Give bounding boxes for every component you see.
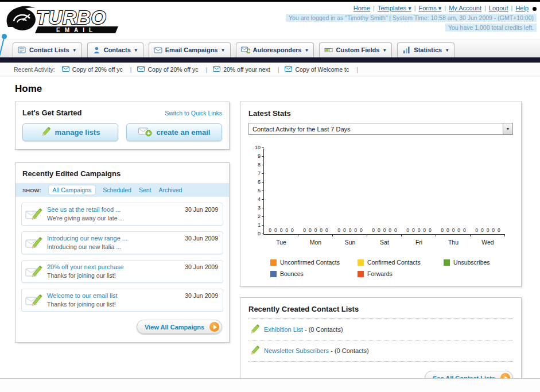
bar-value-labels: 00000 — [406, 227, 432, 233]
top-link-help[interactable]: Help — [515, 5, 529, 11]
bar-value-labels: 00000 — [441, 227, 466, 233]
recent-activity-item[interactable]: Copy of 20% off yc| — [137, 66, 207, 73]
y-tick-label: 0 — [258, 231, 261, 236]
logo-subtext: EMAIL — [56, 27, 97, 33]
right-column: Latest Stats Contact Activity for the La… — [240, 102, 522, 392]
legend-swatch — [270, 271, 277, 277]
contact-list-detail: - (0 Contacts) — [305, 326, 343, 333]
manage-lists-label: manage lists — [55, 128, 100, 137]
tab-contacts[interactable]: Contacts▾ — [87, 42, 143, 57]
chart-group-tue: 00000Tue — [264, 149, 298, 234]
chart-groups: 00000Tue00000Mon00000Sun00000Sat00000Fri… — [264, 149, 505, 234]
create-email-label: create an email — [157, 128, 211, 137]
tab-autoresponders[interactable]: Autoresponders▾ — [236, 42, 314, 57]
recent-activity-item[interactable]: Copy of 20% off yc| — [62, 66, 132, 73]
view-all-campaigns-button[interactable]: View All Campaigns — [137, 320, 222, 334]
campaign-item[interactable]: Introducing our new range ...Introducing… — [21, 231, 223, 254]
campaign-title-link[interactable]: See us at the retail food ... — [47, 206, 180, 213]
bar-value-labels: 00000 — [337, 227, 363, 233]
contact-list-item[interactable]: Exhibition List - (0 Contacts) — [248, 319, 513, 340]
main-nav-bar: Contact Lists▾Contacts▾Email Campaigns▾A… — [0, 40, 540, 57]
create-email-button[interactable]: create an email — [126, 123, 222, 141]
stats-period-value: Contact Activity for the Last 7 Days — [252, 126, 351, 133]
y-tick-label: 3 — [258, 205, 261, 211]
item-separator: | — [278, 66, 279, 73]
legend-label: Bounces — [280, 270, 304, 277]
top-link-my-account[interactable]: My Account — [449, 5, 481, 11]
y-tick-label: 10 — [255, 145, 261, 150]
item-separator: | — [205, 66, 207, 73]
item-separator: | — [356, 66, 358, 73]
envelope-plus-icon — [138, 127, 152, 138]
switch-quick-links-link[interactable]: Switch to Quick Links — [165, 110, 222, 117]
envelope-icon — [213, 66, 220, 73]
y-tick-label: 4 — [258, 197, 261, 202]
envelope-icon — [137, 66, 145, 73]
legend-forwards: Forwards — [358, 270, 444, 277]
y-tick-label: 5 — [258, 188, 261, 193]
campaign-subtitle: We're giving away our late ... — [47, 215, 180, 222]
chevron-down-icon: ▼ — [503, 123, 512, 134]
recent-activity-item[interactable]: Copy of Welcome tc| — [285, 66, 358, 73]
link-separator: | — [414, 5, 416, 11]
main-content: Home Let's Get Started Switch to Quick L… — [0, 76, 540, 392]
campaign-subtitle: Thanks for joining our list! — [47, 301, 180, 308]
top-link-templates[interactable]: Templates ▾ — [378, 5, 411, 11]
tab-contact-lists[interactable]: Contact Lists▾ — [13, 42, 82, 57]
contact-list-link[interactable]: Exhibition List — [264, 326, 303, 333]
campaign-item[interactable]: Welcome to our email listThanks for join… — [21, 289, 223, 312]
legend-bounces: Bounces — [270, 270, 358, 277]
envelope-pencil-icon — [25, 293, 42, 308]
turbo-email-logo-graphic: TURBO EMAIL — [3, 3, 140, 35]
contacts-icon — [92, 46, 101, 54]
x-axis-label: Fri — [415, 239, 422, 246]
contact-lists-icon — [18, 46, 26, 54]
y-tick-label: 7 — [258, 171, 261, 176]
chevron-down-icon: ▾ — [383, 48, 386, 53]
contact-list-item[interactable]: Newsletter Subscribers - (0 Contacts) — [248, 340, 513, 362]
campaign-title-link[interactable]: Introducing our new range ... — [47, 235, 180, 242]
envelope-icon — [62, 66, 69, 73]
campaign-subtitle: Thanks for joining our list! — [47, 272, 180, 279]
campaign-title-link[interactable]: Welcome to our email list — [47, 292, 180, 299]
contact-list-link[interactable]: Newsletter Subscribers — [264, 347, 329, 354]
tab-email-campaigns[interactable]: Email Campaigns▾ — [149, 42, 231, 57]
x-axis-label: Tue — [276, 239, 286, 246]
chart-group-mon: 00000Mon — [298, 149, 333, 234]
recent-activity-text: Copy of 20% off yc — [72, 66, 123, 73]
filter-all-campaigns[interactable]: All Campaigns — [49, 185, 96, 195]
statistics-icon — [402, 46, 411, 54]
x-axis-label: Wed — [481, 239, 494, 246]
legend-swatch — [444, 259, 450, 266]
stats-panel-title: Latest Stats — [248, 109, 513, 118]
recent-activity-item[interactable]: 20% off your next| — [213, 66, 279, 73]
filter-scheduled[interactable]: Scheduled — [103, 187, 131, 193]
stats-period-select[interactable]: Contact Activity for the Last 7 Days ▼ — [248, 123, 513, 135]
filter-sent[interactable]: Sent — [139, 187, 151, 193]
filter-archived[interactable]: Archived — [158, 187, 182, 193]
chart-group-wed: 00000Wed — [471, 149, 505, 234]
dot-decoration — [533, 7, 537, 11]
link-separator: | — [511, 5, 513, 11]
tab-statistics[interactable]: Statistics▾ — [397, 42, 454, 57]
header-right: Home|Templates ▾|Forms ▾|My Account|Logo… — [286, 5, 537, 32]
chart-group-sun: 00000Sun — [333, 149, 367, 234]
chevron-down-icon: ▾ — [135, 48, 137, 53]
chart-legend: Unconfirmed ContactsConfirmed ContactsUn… — [270, 259, 513, 277]
legend-label: Confirmed Contacts — [367, 259, 421, 266]
pencil-icon — [41, 127, 50, 138]
tab-custom-fields[interactable]: Custom Fields▾ — [319, 42, 392, 57]
top-link-logout[interactable]: Logout — [489, 5, 508, 11]
nav-divider-bar — [0, 57, 540, 63]
campaign-date: 30 Jun 2009 — [185, 206, 218, 222]
manage-lists-button[interactable]: manage lists — [22, 123, 118, 141]
recent-activity-text: 20% off your next — [223, 66, 270, 73]
top-link-forms[interactable]: Forms ▾ — [419, 5, 442, 11]
link-separator: | — [484, 5, 486, 11]
campaign-filters: All CampaignsScheduledSentArchived — [49, 185, 182, 195]
campaign-title-link[interactable]: 20% off your next purchase — [47, 263, 180, 270]
recent-activity-bar: Recent Activity: Copy of 20% off yc|Copy… — [0, 63, 540, 76]
top-link-home[interactable]: Home — [353, 5, 370, 11]
campaign-item[interactable]: 20% off your next purchaseThanks for joi… — [21, 260, 223, 283]
campaign-item[interactable]: See us at the retail food ...We're givin… — [21, 203, 223, 226]
